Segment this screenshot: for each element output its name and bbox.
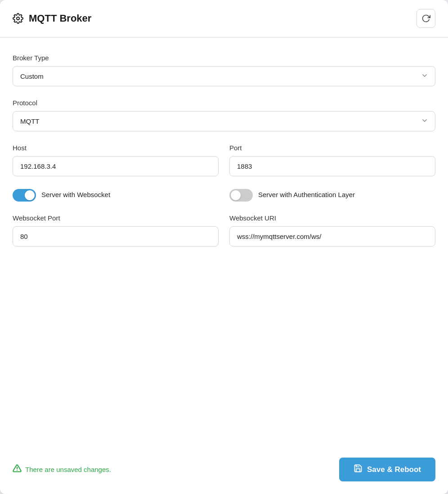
- refresh-button[interactable]: [417, 9, 435, 28]
- host-input[interactable]: [13, 156, 219, 176]
- websocket-uri-section: Websocket URI: [229, 214, 435, 247]
- websocket-uri-input[interactable]: [229, 226, 435, 247]
- auth-toggle-label: Server with Authentication Layer: [258, 189, 355, 199]
- toggles-row: Server with Websocket Server with Authen…: [13, 189, 435, 202]
- auth-slider: [229, 189, 253, 202]
- host-port-row: Host Port: [13, 144, 435, 176]
- websocket-toggle[interactable]: [13, 189, 36, 202]
- protocol-select-wrapper: MQTT MQTTS WS WSS: [13, 111, 435, 131]
- broker-type-section: Broker Type Custom AWS IoT Azure IoT Hub…: [13, 54, 435, 86]
- port-section: Port: [229, 144, 435, 176]
- websocket-toggle-group: Server with Websocket: [13, 189, 219, 202]
- websocket-slider: [13, 189, 36, 202]
- websocket-toggle-label: Server with Websocket: [41, 189, 110, 199]
- page-title: MQTT Broker: [29, 13, 91, 24]
- port-label: Port: [229, 144, 435, 152]
- host-section: Host: [13, 144, 219, 176]
- header-left: MQTT Broker: [13, 13, 91, 24]
- save-icon: [354, 464, 363, 475]
- websocket-uri-label: Websocket URI: [229, 214, 435, 222]
- protocol-section: Protocol MQTT MQTTS WS WSS: [13, 99, 435, 131]
- protocol-select[interactable]: MQTT MQTTS WS WSS: [13, 111, 435, 131]
- broker-type-select-wrapper: Custom AWS IoT Azure IoT Hub HiveMQ Clou…: [13, 66, 435, 86]
- websocket-port-input[interactable]: [13, 226, 219, 247]
- unsaved-notice: There are unsaved changes.: [13, 464, 111, 475]
- websocket-port-label: Websocket Port: [13, 214, 219, 222]
- card-header: MQTT Broker: [0, 0, 448, 37]
- auth-toggle[interactable]: [229, 189, 253, 202]
- card-body: Broker Type Custom AWS IoT Azure IoT Hub…: [0, 38, 448, 449]
- warning-icon: [13, 464, 22, 475]
- broker-type-label: Broker Type: [13, 54, 435, 62]
- host-label: Host: [13, 144, 219, 152]
- protocol-label: Protocol: [13, 99, 435, 107]
- save-reboot-button[interactable]: Save & Reboot: [339, 458, 435, 481]
- port-input[interactable]: [229, 156, 435, 176]
- card-footer: There are unsaved changes. Save & Reboot: [0, 449, 448, 494]
- svg-point-0: [17, 17, 19, 20]
- broker-type-select[interactable]: Custom AWS IoT Azure IoT Hub HiveMQ Clou…: [13, 66, 435, 86]
- auth-toggle-group: Server with Authentication Layer: [229, 189, 435, 202]
- save-reboot-label: Save & Reboot: [367, 465, 421, 474]
- mqtt-broker-card: MQTT Broker Broker Type Custom AWS IoT A…: [0, 0, 448, 494]
- refresh-icon: [421, 14, 430, 23]
- websocket-port-uri-row: Websocket Port Websocket URI: [13, 214, 435, 247]
- websocket-port-section: Websocket Port: [13, 214, 219, 247]
- unsaved-text: There are unsaved changes.: [25, 466, 111, 473]
- gear-icon: [13, 13, 23, 24]
